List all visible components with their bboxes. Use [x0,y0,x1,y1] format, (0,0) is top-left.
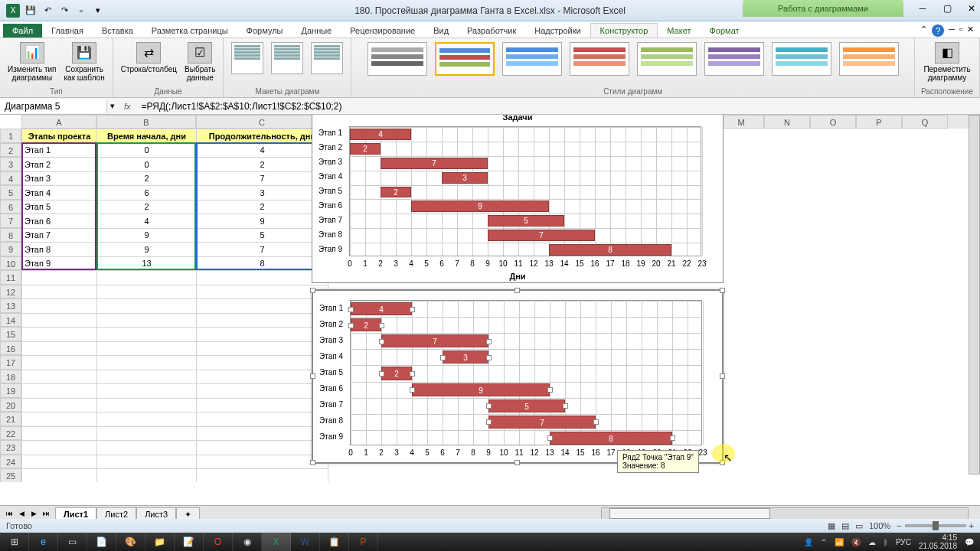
horizontal-scrollbar[interactable] [601,507,969,520]
gantt-bar[interactable]: 3 [442,172,488,184]
notepad2-icon[interactable]: 📝 [175,533,204,551]
table-cell[interactable]: 2 [97,171,197,186]
chart-style-8[interactable] [839,42,899,76]
minimize-button[interactable]: ─ [917,3,928,14]
col-header-M[interactable]: M [718,115,764,129]
vertical-scrollbar[interactable] [969,115,980,474]
table-cell[interactable]: 13 [97,256,197,271]
tab-главная[interactable]: Главная [42,24,93,37]
tab-конструктор[interactable]: Конструктор [590,23,658,37]
save-icon[interactable]: 💾 [24,5,37,17]
tab-формулы[interactable]: Формулы [237,24,292,37]
table-cell[interactable]: Этап 6 [22,214,97,229]
word-icon[interactable]: W [291,533,320,551]
col-header-P[interactable]: P [856,115,902,129]
formula-input[interactable]: =РЯД(;Лист1!$A$2:$A$10;Лист1!$C$2:$C$10;… [137,99,980,113]
save-template-button[interactable]: 💾Сохранить как шаблон [62,41,106,83]
opera-icon[interactable]: O [204,533,233,551]
table-header[interactable]: Продолжительность, дни [197,129,328,144]
undo-icon[interactable]: ↶ [41,5,54,17]
table-cell[interactable]: 9 [197,214,328,229]
chart-style-7[interactable] [772,42,831,76]
gantt-bar[interactable]: 7 [488,230,595,241]
table-cell[interactable]: 7 [197,243,328,257]
tab-разметка страницы[interactable]: Разметка страницы [142,24,237,37]
row-header-11[interactable]: 11 [0,270,21,285]
chart-style-5[interactable] [637,42,697,76]
zoom-in-icon[interactable]: + [969,521,974,530]
row-header-20[interactable]: 20 [0,398,21,412]
sheet-next-icon[interactable]: ▶ [29,508,38,519]
chart-style-2[interactable] [435,42,495,76]
ribbon-minimize-icon[interactable]: ⌃ [920,24,927,37]
notification-icon[interactable]: 💬 [965,538,974,546]
resize-handle[interactable] [720,373,725,379]
table-cell[interactable]: 0 [97,158,197,172]
edge-icon[interactable]: e [29,533,58,551]
row-header-25[interactable]: 25 [0,468,21,482]
workbook-restore-icon[interactable]: ▫ [959,24,962,37]
table-cell[interactable]: 2 [197,158,328,172]
resize-handle[interactable] [514,288,520,293]
bluetooth-icon[interactable]: ᛒ [884,538,888,546]
table-cell[interactable]: 2 [197,200,328,214]
resize-handle[interactable] [514,460,520,465]
resize-handle[interactable] [720,288,725,293]
name-box[interactable]: Диаграмма 5 [0,99,107,113]
select-data-button[interactable]: ☑Выбрать данные [183,41,217,83]
row-header-8[interactable]: 8 [0,228,21,243]
col-header-O[interactable]: O [810,115,856,129]
workbook-close-icon[interactable]: ✕ [967,24,974,37]
excel-taskbar-icon[interactable]: X [262,533,291,551]
table-cell[interactable]: 6 [97,186,197,201]
table-cell[interactable]: 4 [197,143,328,158]
gantt-bar[interactable]: 2 [351,318,381,331]
gantt-bar[interactable]: 7 [381,334,488,347]
table-cell[interactable]: 8 [197,256,328,271]
tab-макет[interactable]: Макет [658,24,700,37]
gantt-bar[interactable]: 4 [351,302,412,315]
gantt-bar[interactable]: 7 [488,416,596,429]
table-cell[interactable]: Этап 1 [22,143,97,158]
row-headers[interactable]: 1234567891011121314151617181920212223242… [0,129,21,482]
chart-layout-1[interactable] [231,42,263,74]
gantt-bar[interactable]: 8 [550,432,672,445]
row-header-7[interactable]: 7 [0,214,21,228]
workbook-min-icon[interactable]: ─ [949,24,955,37]
row-header-22[interactable]: 22 [0,426,21,441]
help-icon[interactable]: ? [932,24,944,37]
gantt-chart-1[interactable]: Задачи 012345678910111213141516171819202… [312,115,724,283]
maximize-button[interactable]: ▢ [942,3,952,14]
sheet-prev-icon[interactable]: ◀ [17,508,26,519]
row-header-24[interactable]: 24 [0,455,21,469]
paint-icon[interactable]: 🎨 [116,533,145,551]
row-header-13[interactable]: 13 [0,298,21,313]
row-header-12[interactable]: 12 [0,285,21,299]
chart-style-3[interactable] [502,42,562,76]
qat-more-icon[interactable]: ▾ [92,5,104,17]
gantt-bar[interactable]: 9 [411,201,549,212]
change-chart-type-button[interactable]: 📊Изменить тип диаграммы [6,41,57,83]
col-header-C[interactable]: C [196,115,328,129]
gantt-bar[interactable]: 9 [412,383,550,396]
tab-разработчик[interactable]: Разработчик [458,24,525,37]
chart-layout-2[interactable] [271,42,303,74]
row-header-4[interactable]: 4 [0,171,21,186]
zoom-level[interactable]: 100% [869,521,890,530]
row-header-18[interactable]: 18 [0,370,21,384]
gantt-bar[interactable]: 5 [488,215,564,227]
row-header-6[interactable]: 6 [0,200,21,214]
wifi-icon[interactable]: 📶 [835,538,844,546]
col-header-A[interactable]: A [21,115,96,129]
notepad-icon[interactable]: 📄 [87,533,116,551]
zoom-out-icon[interactable]: − [897,521,901,530]
gantt-bar[interactable]: 2 [350,143,381,155]
table-header[interactable]: Этапы проекта [22,129,97,144]
grid[interactable]: Этапы проектаВремя начала, дниПродолжите… [21,129,328,482]
tab-рецензирование[interactable]: Рецензирование [341,24,424,37]
col-header-B[interactable]: B [96,115,196,129]
tab-файл[interactable]: Файл [3,24,42,37]
move-chart-button[interactable]: ◧Переместить диаграмму [922,41,972,83]
sheet-last-icon[interactable]: ⏭ [41,508,51,519]
zoom-slider[interactable]: − + [897,521,974,530]
